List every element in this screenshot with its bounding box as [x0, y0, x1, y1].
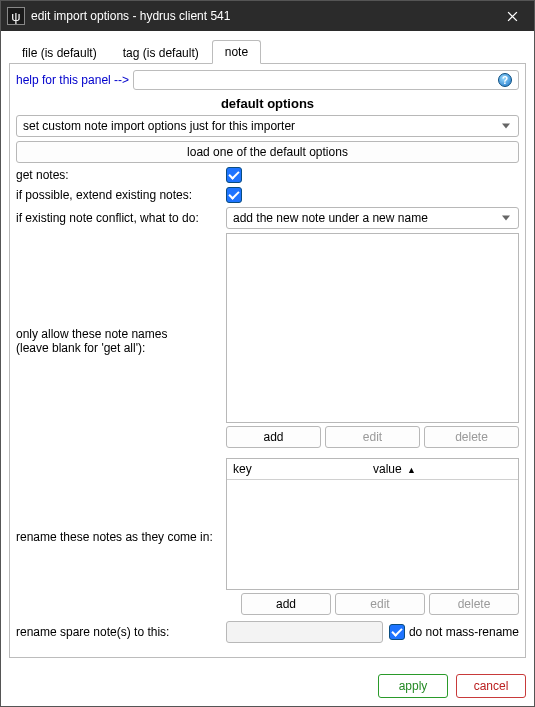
row-conflict: if existing note conflict, what to do: a…	[16, 207, 519, 229]
rename-table-add-button[interactable]: add	[241, 593, 331, 615]
allow-list-box[interactable]	[226, 233, 519, 423]
label-allow-list-line2: (leave blank for 'get all'):	[16, 341, 145, 355]
combo-conflict[interactable]: add the new note under a new name	[226, 207, 519, 229]
label-rename-table-text: rename these notes as they come in:	[16, 530, 213, 544]
help-box[interactable]: ?	[133, 70, 519, 90]
client-area: file (is default) tag (is default) note …	[1, 31, 534, 666]
help-link[interactable]: help for this panel -->	[16, 73, 129, 87]
help-row: help for this panel --> ?	[16, 70, 519, 90]
input-spare-rename[interactable]	[226, 621, 383, 643]
tab-bar: file (is default) tag (is default) note	[9, 39, 526, 63]
tab-file[interactable]: file (is default)	[9, 41, 110, 64]
rename-table-col-key[interactable]: key	[227, 459, 367, 479]
apply-button[interactable]: apply	[378, 674, 448, 698]
label-rename-table: rename these notes as they come in:	[16, 458, 220, 615]
allow-list-controls: add edit delete	[226, 233, 519, 448]
allow-list-buttons: add edit delete	[226, 426, 519, 448]
label-allow-list: only allow these note names (leave blank…	[16, 233, 220, 448]
allow-list-section: only allow these note names (leave blank…	[16, 233, 519, 448]
rename-table[interactable]: key value ▲	[226, 458, 519, 590]
titlebar: ψ edit import options - hydrus client 54…	[1, 1, 534, 31]
checkbox-extend-existing[interactable]	[226, 187, 242, 203]
cancel-button[interactable]: cancel	[456, 674, 526, 698]
close-icon[interactable]	[490, 1, 534, 31]
rename-table-delete-button[interactable]: delete	[429, 593, 519, 615]
rename-table-controls: key value ▲ add edit delete	[226, 458, 519, 615]
rename-table-header: key value ▲	[227, 459, 518, 480]
tab-note[interactable]: note	[212, 40, 261, 64]
default-options-combo[interactable]: set custom note import options just for …	[16, 115, 519, 137]
label-get-notes: get notes:	[16, 168, 220, 182]
rename-table-buttons: add edit delete	[226, 593, 519, 615]
checkbox-do-not-mass-rename[interactable]	[389, 624, 405, 640]
label-allow-list-line1: only allow these note names	[16, 327, 167, 341]
checkbox-do-not-mass-rename-wrap[interactable]: do not mass-rename	[389, 624, 519, 640]
checkbox-get-notes[interactable]	[226, 167, 242, 183]
default-options-combo-value: set custom note import options just for …	[23, 119, 295, 133]
load-default-button[interactable]: load one of the default options	[16, 141, 519, 163]
window-root: ψ edit import options - hydrus client 54…	[0, 0, 535, 707]
app-icon: ψ	[7, 7, 25, 25]
tab-panel-note: help for this panel --> ? default option…	[9, 63, 526, 658]
rename-table-edit-button[interactable]: edit	[335, 593, 425, 615]
sort-ascending-icon: ▲	[407, 465, 416, 475]
allow-list-delete-button[interactable]: delete	[424, 426, 519, 448]
window-title: edit import options - hydrus client 541	[31, 9, 490, 23]
row-get-notes: get notes:	[16, 167, 519, 183]
combo-conflict-value: add the new note under a new name	[233, 211, 428, 225]
dialog-footer: apply cancel	[1, 666, 534, 706]
help-icon[interactable]: ?	[498, 73, 512, 87]
tab-tag[interactable]: tag (is default)	[110, 41, 212, 64]
rename-table-col-value[interactable]: value ▲	[367, 459, 518, 479]
label-do-not-mass-rename: do not mass-rename	[409, 625, 519, 639]
label-spare-rename: rename spare note(s) to this:	[16, 625, 220, 639]
rename-table-col-value-text: value	[373, 462, 402, 476]
allow-list-edit-button[interactable]: edit	[325, 426, 420, 448]
row-extend-existing: if possible, extend existing notes:	[16, 187, 519, 203]
label-extend-existing: if possible, extend existing notes:	[16, 188, 220, 202]
allow-list-add-button[interactable]: add	[226, 426, 321, 448]
label-conflict: if existing note conflict, what to do:	[16, 211, 220, 225]
default-options-header: default options	[16, 94, 519, 111]
rename-table-section: rename these notes as they come in: key …	[16, 458, 519, 615]
row-spare-rename: rename spare note(s) to this: do not mas…	[16, 621, 519, 643]
